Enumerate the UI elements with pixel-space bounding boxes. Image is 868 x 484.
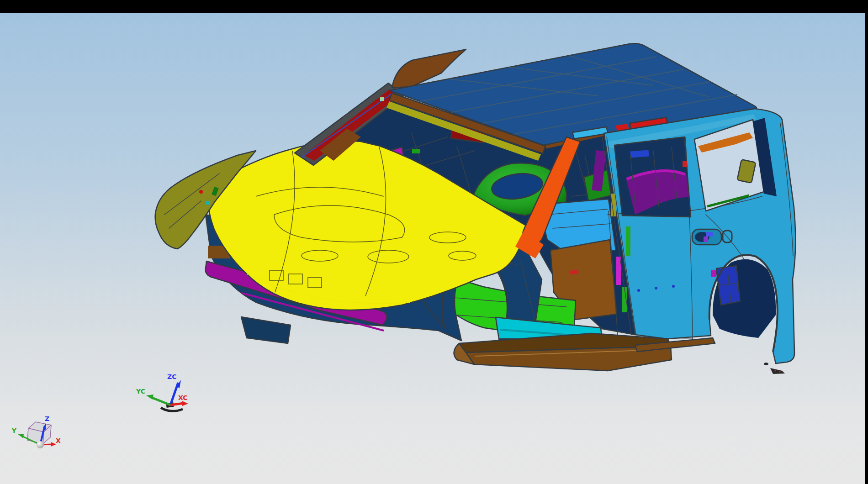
view-triad: Z Y X (11, 415, 61, 448)
app-frame: ZC YC XC Z Y (0, 0, 868, 484)
wcs-y-axis[interactable] (146, 395, 170, 405)
scene-canvas: ZC YC XC Z Y (0, 0, 868, 484)
car-body-model[interactable] (155, 43, 796, 374)
wcs-z-label: ZC (167, 373, 176, 380)
wcs-y-label: YC (136, 388, 145, 395)
wcs-x-label: XC (178, 394, 188, 401)
pillar-green-chip (380, 97, 384, 101)
arch-magenta-chip (711, 270, 716, 277)
view-z-label: Z (45, 415, 49, 422)
interior-green-chip (412, 149, 420, 153)
wcs-origin-handle[interactable] (161, 408, 183, 411)
view-x-label: X (56, 437, 61, 444)
view-origin-sphere (37, 441, 44, 448)
window-red-chip (683, 161, 687, 167)
wcs-triad[interactable]: ZC YC XC (136, 373, 188, 411)
loose-parts-debris[interactable] (764, 363, 785, 374)
view-y-label: Y (11, 427, 17, 434)
tow-bracket-navy[interactable] (241, 317, 291, 343)
running-board[interactable] (454, 333, 672, 371)
window-blue-chip (630, 150, 649, 158)
